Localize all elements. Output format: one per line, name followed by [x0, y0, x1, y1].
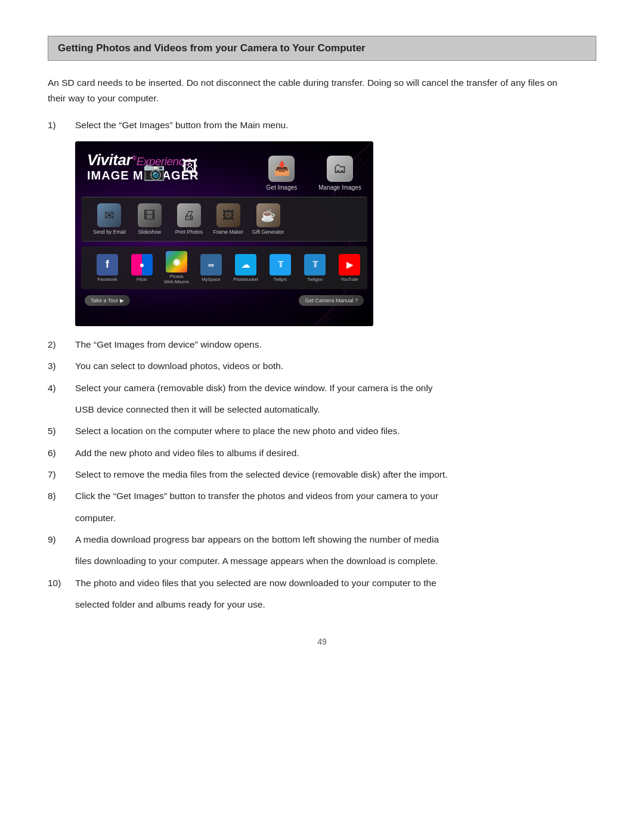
facebook-label: Facebook: [98, 277, 117, 282]
vim-social-bar: f Facebook ● Flickr ◉ Picasa Web Albums: [81, 246, 367, 289]
photobucket-icon: ☁: [235, 254, 256, 275]
step-3-text: You can select to download photos, video…: [75, 358, 564, 374]
step-2-text: The “Get Images from device” window open…: [75, 337, 564, 352]
email-label: Send by Email: [93, 229, 126, 235]
photobucket-label: Photobucket: [233, 277, 258, 282]
twitpic-icon: 𝕋: [270, 254, 291, 275]
social-myspace[interactable]: ∞ MySpace: [197, 254, 225, 282]
step-10b-text: selected folder and albums ready for you…: [75, 597, 564, 612]
vim-bottom-bar: Take a Tour ▶ Get Camera Manual ?: [75, 292, 373, 309]
step-7-number: 7): [48, 467, 75, 482]
step-list: 1) Select the “Get Images” button from t…: [48, 117, 596, 613]
slideshow-label: Slideshow: [138, 229, 161, 235]
menu-item-gift[interactable]: ☕ Gift Generator: [252, 203, 284, 235]
print-label: Print Photos: [175, 229, 203, 235]
vim-header: Vivitar®Experience IMAGE MANAGER 📷 🖼 📥: [75, 141, 373, 194]
twitgoo-label: Twitgoo: [307, 277, 323, 282]
youtube-label: YouTube: [340, 277, 358, 282]
step-9a: 9) A media download progress bar appears…: [48, 532, 596, 547]
step-1: 1) Select the “Get Images” button from t…: [48, 117, 596, 133]
camera-manual-label: Get Camera Manual ?: [305, 298, 358, 304]
email-icon: ✉: [97, 203, 121, 227]
gift-label: Gift Generator: [252, 229, 284, 235]
vim-menu-bar: ✉ Send by Email 🎞 Slideshow 🖨 Print Phot…: [81, 197, 367, 241]
step-2-number: 2): [48, 337, 75, 352]
step-5-text: Select a location on the computer where …: [75, 423, 564, 439]
frame-label: Frame Maker: [213, 229, 244, 235]
step-10a: 10) The photo and video files that you s…: [48, 575, 596, 591]
get-images-label: Get Images: [267, 184, 298, 191]
myspace-icon: ∞: [200, 254, 222, 275]
step-6-text: Add the new photo and video files to alb…: [75, 445, 564, 461]
step-4b-text: USB device connected then it will be sel…: [75, 402, 564, 417]
section-heading: Getting Photos and Videos from your Came…: [48, 36, 596, 61]
step-6-number: 6): [48, 445, 75, 461]
manage-images-btn[interactable]: 🗂 Manage Images: [318, 156, 361, 191]
facebook-icon: f: [97, 254, 118, 275]
step-10a-text: The photo and video files that you selec…: [75, 575, 564, 591]
step-6: 6) Add the new photo and video files to …: [48, 445, 596, 461]
step-1-text: Select the “Get Images” button from the …: [75, 117, 564, 133]
step-10b: 10) selected folder and albums ready for…: [48, 597, 596, 612]
screenshot-item: Vivitar®Experience IMAGE MANAGER 📷 🖼 📥: [48, 141, 596, 326]
step-7: 7) Select to remove the media files from…: [48, 467, 596, 482]
picasa-label: Picasa Web Albums: [164, 274, 189, 284]
frame-icon: 🖼: [216, 203, 240, 227]
step-3-number: 3): [48, 358, 75, 374]
step-4-number: 4): [48, 380, 75, 396]
manage-images-label: Manage Images: [318, 184, 361, 191]
step-9-number: 9): [48, 532, 75, 547]
step-5-number: 5): [48, 423, 75, 439]
step-8b-text: computer.: [75, 510, 564, 526]
social-photobucket[interactable]: ☁ Photobucket: [231, 254, 260, 282]
reg-symbol: ®: [132, 154, 137, 162]
intro-paragraph: An SD card needs to be inserted. Do not …: [48, 75, 561, 107]
photos-icon: 🖼: [181, 157, 198, 176]
step-9b-text: files downloading to your computer. A me…: [75, 553, 564, 569]
step-9a-text: A media download progress bar appears on…: [75, 532, 564, 547]
manage-images-icon: 🗂: [327, 156, 353, 182]
twitgoo-icon: 𝕋: [304, 254, 326, 275]
gift-icon: ☕: [256, 203, 280, 227]
menu-item-slideshow[interactable]: 🎞 Slideshow: [134, 203, 165, 235]
myspace-label: MySpace: [202, 277, 220, 282]
step-9b: 9) files downloading to your computer. A…: [48, 553, 596, 569]
page: Getting Photos and Videos from your Came…: [0, 0, 644, 833]
step-4a-text: Select your camera (removable disk) from…: [75, 380, 564, 396]
step-1-number: 1): [48, 117, 75, 133]
take-tour-btn[interactable]: Take a Tour ▶: [85, 295, 130, 306]
flickr-label: Flickr: [137, 277, 147, 282]
social-twitpic[interactable]: 𝕋 Twitpic: [266, 254, 295, 282]
social-twitgoo[interactable]: 𝕋 Twitgoo: [301, 254, 329, 282]
youtube-icon: ▶: [339, 254, 360, 275]
social-picasa[interactable]: ◉ Picasa Web Albums: [162, 251, 191, 284]
picasa-icon: ◉: [166, 251, 187, 272]
screenshot-container: Vivitar®Experience IMAGE MANAGER 📷 🖼 📥: [75, 141, 373, 326]
print-icon: 🖨: [177, 203, 201, 227]
camera-manual-btn[interactable]: Get Camera Manual ?: [299, 295, 364, 306]
menu-item-email[interactable]: ✉ Send by Email: [93, 203, 126, 235]
twitpic-label: Twitpic: [274, 277, 287, 282]
step-8-number: 8): [48, 488, 75, 504]
social-facebook[interactable]: f Facebook: [93, 254, 122, 282]
social-youtube[interactable]: ▶ YouTube: [335, 254, 364, 282]
step-8b: 8) computer.: [48, 510, 596, 526]
get-images-btn[interactable]: 📥 Get Images: [267, 156, 298, 191]
social-flickr[interactable]: ● Flickr: [128, 254, 156, 282]
step-7-text: Select to remove the media files from th…: [75, 467, 564, 482]
get-images-icon: 📥: [268, 156, 295, 182]
step-8a: 8) Click the “Get Images” button to tran…: [48, 488, 596, 504]
slideshow-icon: 🎞: [138, 203, 162, 227]
flickr-icon: ●: [131, 254, 153, 275]
vim-ui: Vivitar®Experience IMAGE MANAGER 📷 🖼 📥: [75, 141, 373, 326]
vim-header-icons: 📥 Get Images 🗂 Manage Images: [267, 152, 361, 191]
menu-item-frame[interactable]: 🖼 Frame Maker: [213, 203, 244, 235]
step-10-number: 10): [48, 575, 75, 591]
step-8a-text: Click the “Get Images” button to transfe…: [75, 488, 564, 504]
brand-text: Vivitar: [87, 151, 132, 169]
menu-item-print[interactable]: 🖨 Print Photos: [174, 203, 205, 235]
step-5: 5) Select a location on the computer whe…: [48, 423, 596, 439]
page-number: 49: [48, 637, 596, 646]
step-3: 3) You can select to download photos, vi…: [48, 358, 596, 374]
camera-icon: 📷: [143, 160, 165, 181]
